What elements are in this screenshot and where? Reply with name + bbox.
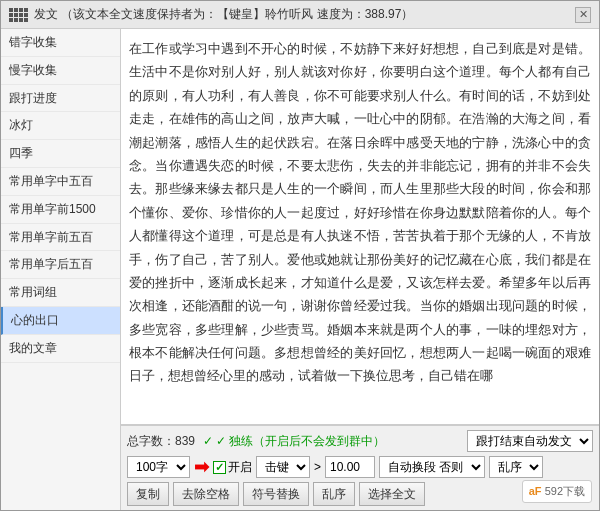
main-window: 发文 （该文本全文速度保持者为：【键皇】聆竹听风 速度为：388.97） ✕ 错…	[0, 0, 600, 511]
watermark-icon: aF	[529, 485, 542, 497]
sidebar-item[interactable]: 常用单字中五百	[1, 168, 120, 196]
number-input[interactable]	[325, 456, 375, 478]
text-display: 在工作或学习中遇到不开心的时候，不妨静下来好好想想，自己到底是对是错。生活中不是…	[121, 29, 599, 425]
watermark-text: 592下载	[545, 485, 585, 497]
sidebar-item[interactable]: 我的文章	[1, 335, 120, 363]
red-arrow-icon: ➡	[194, 456, 209, 478]
sidebar-item[interactable]: 常用单字前五百	[1, 224, 120, 252]
symbol-replace-button[interactable]: 符号替换	[243, 482, 309, 506]
sidebar-item[interactable]: 跟打进度	[1, 85, 120, 113]
open-label: 开启	[228, 459, 252, 476]
arrow-label: >	[314, 460, 321, 474]
auto-replace-select[interactable]: 自动换段 否则	[379, 456, 485, 478]
watermark: aF 592下载	[522, 480, 592, 503]
content-area: 在工作或学习中遇到不开心的时候，不妨静下来好好想想，自己到底是对是错。生活中不是…	[121, 29, 599, 510]
open-checkbox[interactable]: ✓	[213, 461, 226, 474]
title-bar-left: 发文 （该文本全文速度保持者为：【键皇】聆竹听风 速度为：388.97）	[9, 6, 413, 23]
sidebar-item[interactable]: 冰灯	[1, 112, 120, 140]
bottom-row1: 总字数：839 ✓ ✓ 独练（开启后不会发到群中） 跟打结束自动发文	[127, 430, 593, 452]
select-all-button[interactable]: 选择全文	[359, 482, 425, 506]
sidebar-item[interactable]: 心的出口	[1, 307, 120, 335]
sidebar: 错字收集慢字收集跟打进度冰灯四季常用单字中五百常用单字前1500常用单字前五百常…	[1, 29, 121, 510]
sidebar-item[interactable]: 慢字收集	[1, 57, 120, 85]
auto-send-select[interactable]: 跟打结束自动发文	[467, 430, 593, 452]
order-select[interactable]: 乱序	[489, 456, 543, 478]
bottom-row3: 复制 去除空格 符号替换 乱序 选择全文 aF 592下载	[127, 482, 593, 506]
solo-text: ✓ 独练（开启后不会发到群中）	[216, 433, 385, 450]
sidebar-item[interactable]: 常用词组	[1, 279, 120, 307]
check-icon: ✓	[203, 434, 213, 448]
bottom-bar: 总字数：839 ✓ ✓ 独练（开启后不会发到群中） 跟打结束自动发文 100字	[121, 425, 599, 510]
chars-select[interactable]: 100字	[127, 456, 190, 478]
copy-button[interactable]: 复制	[127, 482, 169, 506]
remove-space-button[interactable]: 去除空格	[173, 482, 239, 506]
main-content: 错字收集慢字收集跟打进度冰灯四季常用单字中五百常用单字前1500常用单字前五百常…	[1, 29, 599, 510]
close-button[interactable]: ✕	[575, 7, 591, 23]
solo-label: ✓ ✓ 独练（开启后不会发到群中）	[203, 433, 385, 450]
title-bar: 发文 （该文本全文速度保持者为：【键皇】聆竹听风 速度为：388.97） ✕	[1, 1, 599, 29]
shuffle-button[interactable]: 乱序	[313, 482, 355, 506]
bottom-row2: 100字 ➡ ✓ 开启 击键 > 自动换段 否则	[127, 456, 593, 478]
open-check[interactable]: ✓ 开启	[213, 459, 252, 476]
window-title: 发文 （该文本全文速度保持者为：【键皇】聆竹听风 速度为：388.97）	[34, 6, 413, 23]
sidebar-item[interactable]: 四季	[1, 140, 120, 168]
sidebar-item[interactable]: 错字收集	[1, 29, 120, 57]
sidebar-item[interactable]: 常用单字前1500	[1, 196, 120, 224]
mode-select[interactable]: 击键	[256, 456, 310, 478]
word-count-label: 总字数：839	[127, 433, 195, 450]
app-icon	[9, 8, 28, 22]
sidebar-item[interactable]: 常用单字后五百	[1, 251, 120, 279]
